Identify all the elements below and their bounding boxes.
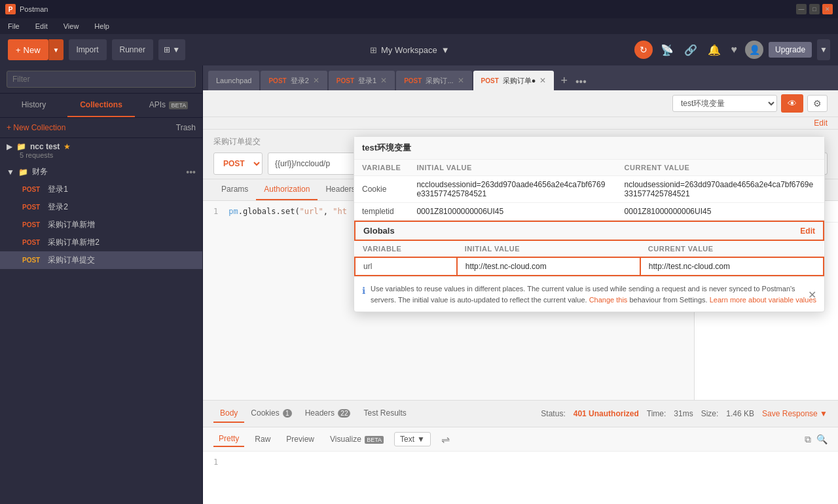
tab-method-badge: POST bbox=[481, 77, 499, 84]
grid-icon: ⊞ bbox=[164, 45, 170, 54]
upgrade-caret[interactable]: ▼ bbox=[817, 39, 830, 60]
add-tab-button[interactable]: + bbox=[555, 74, 573, 88]
time-value: 31ms bbox=[674, 409, 693, 418]
globals-initial-header: INITIAL VALUE bbox=[457, 241, 640, 257]
menu-help[interactable]: Help bbox=[92, 21, 112, 31]
globals-edit-button[interactable]: Edit bbox=[800, 226, 815, 236]
request-purchase-new2[interactable]: POST 采购订单新增2 bbox=[0, 234, 202, 251]
format-tab-raw[interactable]: Raw bbox=[249, 432, 276, 446]
response-bar: Body Cookies 1 Headers 22 Test Results S… bbox=[203, 401, 838, 427]
copy-response-button[interactable]: ⧉ bbox=[805, 434, 811, 445]
extras-button[interactable]: ⊞ ▼ bbox=[158, 39, 185, 60]
minimize-btn[interactable]: — bbox=[796, 4, 807, 14]
new-button[interactable]: + New bbox=[8, 39, 48, 60]
import-button[interactable]: Import bbox=[69, 39, 107, 60]
tab-bar: Launchpad POST 登录2 ✕ POST 登录1 ✕ POST 采购订… bbox=[203, 65, 838, 90]
request-purchase-submit[interactable]: POST 采购订单提交 bbox=[0, 251, 202, 269]
avatar-button[interactable]: 👤 bbox=[745, 41, 763, 59]
tab-launchpad[interactable]: Launchpad bbox=[208, 71, 259, 90]
request-login1[interactable]: POST 登录1 bbox=[0, 181, 202, 198]
folder-arrow-icon: ▼ bbox=[7, 168, 14, 177]
resp-tab-headers[interactable]: Headers 22 bbox=[299, 405, 357, 423]
search-input[interactable] bbox=[7, 71, 196, 88]
folder-more-button[interactable]: ••• bbox=[186, 167, 196, 177]
menu-edit[interactable]: Edit bbox=[33, 21, 50, 31]
tab-method-badge: POST bbox=[404, 77, 422, 84]
workspace-button[interactable]: ⊞ My Workspace ▼ bbox=[370, 45, 450, 55]
method-select[interactable]: POST bbox=[213, 153, 263, 175]
wrap-button[interactable]: ⇌ bbox=[441, 433, 450, 446]
tab-purchase-order[interactable]: POST 采购订... ✕ bbox=[396, 71, 471, 90]
tab-history[interactable]: History bbox=[0, 94, 67, 117]
tab-purchase-submit[interactable]: POST 采购订单● ✕ bbox=[473, 71, 555, 90]
tab-close-icon[interactable]: ✕ bbox=[458, 76, 464, 85]
response-tabs: Body Cookies 1 Headers 22 Test Results bbox=[213, 405, 413, 423]
request-login2[interactable]: POST 登录2 bbox=[0, 198, 202, 216]
save-response-button[interactable]: Save Response ▼ bbox=[762, 409, 828, 418]
format-tab-preview[interactable]: Preview bbox=[281, 432, 319, 446]
code-content: pm.globals.set("url", "ht bbox=[228, 207, 347, 216]
info-box: ℹ Use variables to reuse values in diffe… bbox=[354, 276, 824, 312]
sidebar-actions: + New Collection Trash bbox=[0, 118, 202, 138]
response-icons: ⧉ 🔍 bbox=[805, 434, 828, 445]
tab-close-icon[interactable]: ✕ bbox=[539, 76, 546, 85]
main-layout: History Collections APIs BETA + New Coll… bbox=[0, 65, 838, 504]
runner-button[interactable]: Runner bbox=[112, 39, 153, 60]
radio-button[interactable]: 📡 bbox=[658, 41, 676, 59]
tab-login1[interactable]: POST 登录1 ✕ bbox=[329, 71, 395, 90]
collection-ncc-test[interactable]: ▶ 📁 ncc test ★ 5 requests bbox=[0, 138, 202, 163]
env-gear-button[interactable]: ⚙ bbox=[807, 95, 828, 112]
maximize-btn[interactable]: □ bbox=[809, 4, 820, 14]
star-icon: ★ bbox=[64, 142, 71, 151]
format-select[interactable]: Text ▼ bbox=[394, 432, 431, 446]
folder-caiwu[interactable]: ▼ 📁 财务 ••• bbox=[0, 163, 202, 181]
format-tab-visualize[interactable]: Visualize BETA bbox=[325, 432, 389, 446]
method-badge: POST bbox=[20, 185, 43, 194]
tab-close-icon[interactable]: ✕ bbox=[313, 76, 319, 85]
tab-apis[interactable]: APIs BETA bbox=[135, 94, 202, 117]
method-badge: POST bbox=[20, 256, 43, 264]
request-purchase-new[interactable]: POST 采购订单新增 bbox=[0, 216, 202, 234]
app-logo: P bbox=[5, 4, 16, 14]
resp-tab-test-results[interactable]: Test Results bbox=[357, 405, 412, 423]
close-btn[interactable]: ✕ bbox=[822, 4, 833, 14]
menu-view[interactable]: View bbox=[61, 21, 82, 31]
format-tab-pretty[interactable]: Pretty bbox=[213, 431, 244, 447]
req-tab-authorization[interactable]: Authorization bbox=[256, 179, 318, 200]
templetid-initial: 0001Z81000000006UI45 bbox=[409, 203, 616, 221]
tab-login2[interactable]: POST 登录2 ✕ bbox=[261, 71, 327, 90]
new-collection-button[interactable]: + New Collection bbox=[7, 123, 65, 132]
plus-icon: + bbox=[16, 45, 21, 55]
trash-button[interactable]: Trash bbox=[176, 123, 196, 132]
resp-tab-body[interactable]: Body bbox=[213, 405, 244, 423]
change-this-link[interactable]: Change this bbox=[589, 296, 628, 304]
menu-bar: File Edit View Help bbox=[0, 18, 838, 34]
new-dropdown-button[interactable]: ▼ bbox=[48, 39, 64, 60]
notifications-button[interactable]: 🔗 bbox=[682, 41, 700, 59]
tab-close-icon[interactable]: ✕ bbox=[380, 76, 387, 85]
globals-var-header: VARIABLE bbox=[355, 241, 457, 257]
popup-close-button[interactable]: ✕ bbox=[808, 288, 816, 300]
resp-tab-cookies[interactable]: Cookies 1 bbox=[244, 405, 298, 423]
req-tab-params[interactable]: Params bbox=[213, 179, 256, 200]
menu-file[interactable]: File bbox=[5, 21, 22, 31]
request-name: 采购订单提交 bbox=[48, 255, 95, 266]
cookie-current: ncloudsessionid=263dd970aade4656a2e4ca7b… bbox=[617, 176, 824, 203]
sync-button[interactable]: ↻ bbox=[634, 41, 653, 59]
size-value: 1.46 KB bbox=[726, 409, 754, 418]
content-area: Launchpad POST 登录2 ✕ POST 登录1 ✕ POST 采购订… bbox=[203, 65, 838, 504]
env-edit-link[interactable]: Edit bbox=[814, 118, 828, 128]
favorites-button[interactable]: ♥ bbox=[729, 41, 740, 58]
env-eye-button[interactable]: 👁 bbox=[781, 94, 803, 113]
env-select[interactable]: test环境变量 bbox=[672, 95, 777, 112]
search-response-button[interactable]: 🔍 bbox=[816, 434, 828, 445]
upgrade-button[interactable]: Upgrade bbox=[769, 42, 812, 58]
url-var: url bbox=[355, 257, 457, 276]
url-current: http://test.nc-cloud.com bbox=[640, 257, 824, 276]
env-popup: test环境变量 VARIABLE INITIAL VALUE CURRENT … bbox=[354, 136, 825, 312]
alerts-button[interactable]: 🔔 bbox=[705, 41, 723, 59]
more-tabs-button[interactable]: ••• bbox=[573, 76, 589, 88]
sidebar-tabs: History Collections APIs BETA bbox=[0, 94, 202, 118]
tab-collections[interactable]: Collections bbox=[67, 94, 135, 117]
learn-more-link[interactable]: Learn more about variable values bbox=[710, 296, 816, 304]
